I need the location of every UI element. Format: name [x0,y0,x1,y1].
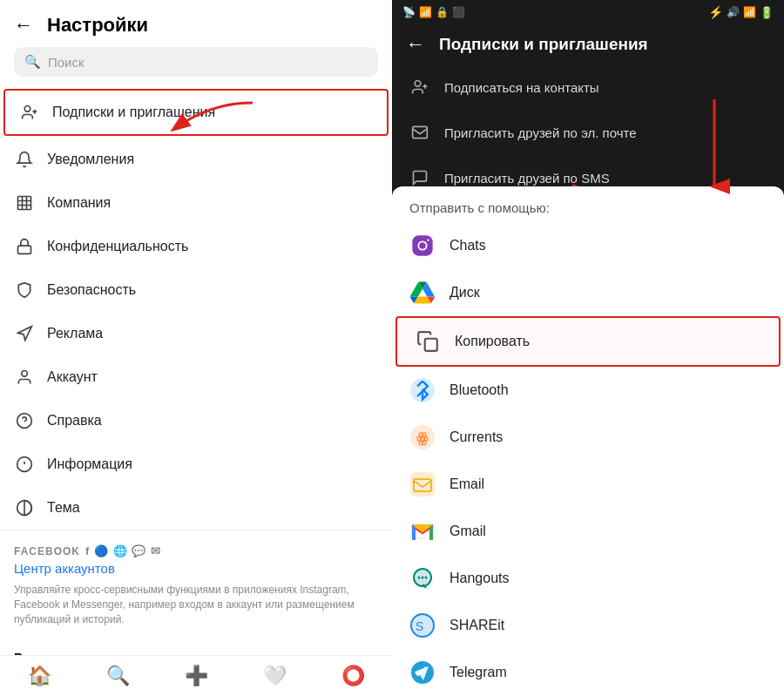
gmail-icon [409,518,436,544]
share-item-bluetooth[interactable]: Bluetooth [392,367,784,414]
menu-item-notifications[interactable]: Уведомления [0,138,392,181]
status-bar-right: ⚡ 🔊 📶 🔋 [708,5,774,19]
svg-rect-3 [18,197,31,210]
share-item-telegram[interactable]: Telegram [392,649,784,696]
share-item-drive[interactable]: Диск [392,269,784,316]
svg-text:ꙮ: ꙮ [416,430,429,446]
menu-item-company[interactable]: Компания [0,181,392,225]
share-item-gmail[interactable]: Gmail [392,508,784,555]
search-icon: 🔍 [24,54,41,70]
svg-rect-4 [18,246,31,253]
svg-point-5 [22,371,28,377]
currents-label: Currents [449,429,503,445]
svg-rect-15 [413,126,428,138]
svg-rect-21 [412,235,432,255]
left-header: ← Настройки [0,0,392,47]
email-label: Email [449,476,484,492]
right-menu-invite-email[interactable]: Пригласить друзей по эл. почте [392,110,784,155]
left-bottom-nav: 🏠 🔍 ➕ 🤍 ⭕ [0,655,392,696]
building-icon [14,193,35,213]
privacy-label: Конфиденциальность [47,239,188,254]
megaphone-icon [14,323,35,344]
drive-label: Диск [449,285,480,301]
shareit-icon: S [409,612,436,639]
menu-item-info[interactable]: Информация [0,443,392,486]
status-bar: 📡 📶 🔒 ⬛ ⚡ 🔊 📶 🔋 [392,0,784,24]
hangouts-label: Hangouts [449,571,510,586]
security-label: Безопасность [47,282,136,298]
help-label: Справка [47,413,102,429]
drive-icon [409,280,436,306]
search-bar[interactable]: 🔍 Поиск [14,47,378,77]
menu-item-ads[interactable]: Реклама [0,312,392,355]
network-icon: 📶 [743,6,756,18]
share-item-chats[interactable]: Chats [392,222,784,269]
lock-icon [14,236,35,257]
subscribe-contacts-label: Подписаться на контакты [444,80,599,95]
svg-point-35 [418,577,421,579]
bluetooth-label: Bluetooth [449,382,509,398]
sd-icon: ⬛ [452,6,465,18]
menu-item-theme[interactable]: Тема [0,486,392,530]
invite-email-label: Пригласить друзей по эл. почте [444,125,637,140]
facebook-social-icons: f 🔵 🌐 💬 ✉ [85,544,161,557]
menu-item-account[interactable]: Аккаунт [0,355,392,399]
right-menu-subscribe-contacts[interactable]: Подписаться на контакты [392,64,784,110]
info-label: Информация [47,456,132,472]
email-invite-icon [409,122,430,143]
svg-text:S: S [416,619,423,633]
shield-icon [14,280,35,301]
battery-icon: 🔋 [760,6,774,19]
signal-icon: 📡 [402,6,416,18]
telegram-icon [409,659,436,686]
svg-rect-31 [412,524,416,540]
menu-item-help[interactable]: Справка [0,399,392,443]
svg-point-36 [422,577,424,579]
right-panel: 📡 📶 🔒 ⬛ ⚡ 🔊 📶 🔋 ← Подписки и приглашения [392,0,784,696]
currents-icon: ꙮ [409,424,436,450]
right-back-button[interactable]: ← [406,33,425,56]
email-app-icon [409,471,436,497]
company-label: Компания [47,195,111,211]
share-item-hangouts[interactable]: Hangouts [392,555,784,602]
person-add-icon [409,77,430,98]
share-item-email[interactable]: Email [392,461,784,508]
menu-item-privacy[interactable]: Конфиденциальность [0,225,392,268]
info-icon [14,454,35,475]
share-item-copy[interactable]: Копировать [395,316,781,367]
share-sheet-title: Отправить с помощью: [392,186,784,222]
left-back-button[interactable]: ← [14,14,33,37]
entries-section-title: Входы [0,644,392,655]
invite-sms-label: Пригласить друзей по SMS [444,171,610,186]
center-accounts-link[interactable]: Центр аккаунтов [14,561,378,576]
share-item-currents[interactable]: ꙮ Currents [392,414,784,461]
likes-nav-icon[interactable]: 🤍 [263,665,287,687]
right-page-title: Подписки и приглашения [439,35,648,54]
ads-label: Реклама [47,326,103,341]
svg-point-12 [415,81,421,87]
share-item-shareit[interactable]: S SHAREit [392,602,784,649]
search-nav-icon[interactable]: 🔍 [106,665,130,687]
wifi-icon: 📶 [419,6,432,18]
facebook-title: FACEBOOK f 🔵 🌐 💬 ✉ [14,544,378,557]
notifications-label: Уведомления [47,152,134,167]
hangouts-icon [409,565,436,591]
sim-icon: 🔒 [436,6,449,18]
svg-point-23 [427,239,429,240]
person-add-icon [19,102,40,123]
subscriptions-label: Подписки и приглашения [52,105,215,120]
menu-item-subscriptions[interactable]: Подписки и приглашения [3,89,389,136]
account-label: Аккаунт [47,369,98,385]
menu-item-security[interactable]: Безопасность [0,268,392,312]
theme-label: Тема [47,500,80,516]
profile-nav-icon[interactable]: ⭕ [341,665,365,687]
left-menu-list: Подписки и приглашения Уведомления Компа… [0,87,392,655]
svg-point-37 [425,577,428,579]
svg-rect-32 [429,524,433,540]
home-nav-icon[interactable]: 🏠 [28,665,51,687]
bluetooth-icon [409,377,436,403]
add-nav-icon[interactable]: ➕ [185,665,208,687]
shareit-label: SHAREit [449,618,504,633]
person-icon [14,367,35,388]
share-sheet: Отправить с помощью: Chats [392,186,784,696]
